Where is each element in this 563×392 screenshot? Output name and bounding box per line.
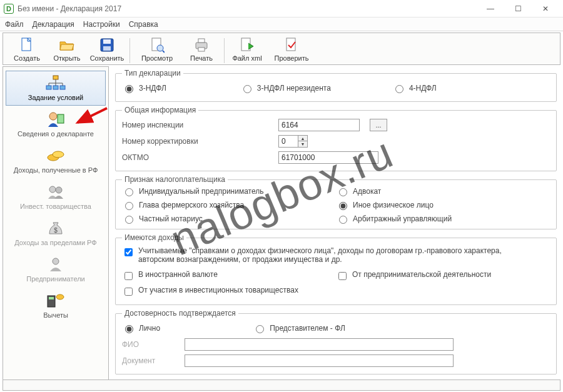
sidebar-item-entrepreneurs[interactable]: Предприниматели xyxy=(6,252,106,287)
toolbar: Создать Открыть Сохранить Просмотр Печат… xyxy=(3,33,560,65)
sidebar-item-label: Инвест. товарищества xyxy=(20,203,91,210)
svg-point-32 xyxy=(56,294,64,299)
chk-main-income[interactable]: Учитываемые "справками о доходах физичес… xyxy=(122,246,526,264)
radio-4ndfl[interactable]: 4-НДФЛ xyxy=(392,83,437,93)
minimize-button[interactable]: — xyxy=(477,0,504,18)
document-input[interactable] xyxy=(185,354,454,367)
sidebar-item-income-rf[interactable]: Доходы, полученные в РФ xyxy=(6,143,106,178)
radio-farmer[interactable]: Глава фермерского хозяйства xyxy=(122,200,318,210)
radio-notary[interactable]: Частный нотариус xyxy=(122,214,318,224)
sidebar-item-deductions[interactable]: Вычеты xyxy=(6,288,106,323)
svg-rect-23 xyxy=(58,114,64,123)
toolbar-create-label: Создать xyxy=(14,54,40,62)
menu-declaration[interactable]: Декларация xyxy=(33,20,74,29)
sidebar-item-income-abroad[interactable]: $ Доходы за пределами РФ xyxy=(6,216,106,251)
sidebar-item-label: Доходы за пределами РФ xyxy=(14,239,96,246)
label-document: Документ xyxy=(122,356,178,365)
maximize-button[interactable]: ☐ xyxy=(504,0,532,18)
menu-help[interactable]: Справка xyxy=(129,20,158,29)
preview-icon xyxy=(149,37,165,53)
fio-input[interactable] xyxy=(185,338,454,351)
svg-point-29 xyxy=(53,258,59,264)
toolbar-open-label: Открыть xyxy=(53,54,80,62)
group-reliability: Достоверность подтверждается Лично Предс… xyxy=(115,309,557,374)
close-button[interactable]: ✕ xyxy=(532,0,559,18)
svg-rect-10 xyxy=(198,48,205,51)
group-legend: Достоверность подтверждается xyxy=(122,309,238,318)
correction-stepper[interactable]: ▲▼ xyxy=(278,135,308,148)
menu-file[interactable]: Файл xyxy=(5,20,24,29)
title-bar: D Без имени - Декларация 2017 — ☐ ✕ xyxy=(0,0,563,18)
spin-down[interactable]: ▼ xyxy=(298,141,307,147)
radio-arbitr[interactable]: Арбитражный управляющий xyxy=(336,214,532,224)
radio-other-person[interactable]: Иное физическое лицо xyxy=(336,200,532,210)
toolbar-preview-label: Просмотр xyxy=(141,54,173,62)
svg-rect-16 xyxy=(60,86,65,89)
radio-3ndfl-nonres[interactable]: 3-НДФЛ нерезидента xyxy=(240,83,331,93)
businessman-icon xyxy=(44,255,67,274)
svg-rect-3 xyxy=(103,39,111,44)
print-icon xyxy=(193,37,210,53)
people-icon xyxy=(44,183,67,201)
sidebar-item-invest[interactable]: Инвест. товарищества xyxy=(6,179,106,214)
window-title: Без имени - Декларация 2017 xyxy=(18,4,121,13)
svg-rect-15 xyxy=(53,86,58,89)
toolbar-xml-label: Файл xml xyxy=(232,54,261,62)
toolbar-check-label: Проверить xyxy=(274,54,308,62)
toolbar-xml[interactable]: Файл xml xyxy=(227,36,267,63)
sidebar: Задание условий Сведения о декларанте До… xyxy=(3,66,109,381)
svg-rect-14 xyxy=(46,86,51,89)
chk-business[interactable]: От предпринимательской деятельности xyxy=(336,270,550,282)
svg-rect-4 xyxy=(103,46,111,51)
check-icon xyxy=(283,37,300,53)
label-fio: ФИО xyxy=(122,340,178,349)
radio-3ndfl[interactable]: 3-НДФЛ xyxy=(122,83,166,93)
group-legend: Тип декларации xyxy=(122,69,183,78)
spin-up[interactable]: ▲ xyxy=(298,136,307,141)
svg-rect-9 xyxy=(198,39,205,43)
svg-rect-13 xyxy=(53,76,58,79)
label-correction: Номер корректировки xyxy=(122,137,228,146)
sidebar-item-label: Доходы, полученные в РФ xyxy=(14,166,98,174)
app-icon: D xyxy=(4,4,14,14)
xml-file-icon xyxy=(239,37,255,53)
toolbar-preview[interactable]: Просмотр xyxy=(133,36,181,63)
group-legend: Признак налогоплательщика xyxy=(122,175,228,184)
toolbar-check[interactable]: Проверить xyxy=(267,36,316,63)
sidebar-item-label: Сведения о декларанте xyxy=(18,130,94,138)
chk-invest-partnership[interactable]: От участия в инвестиционных товарищества… xyxy=(122,286,298,298)
toolbar-save[interactable]: Сохранить xyxy=(87,36,127,63)
inspection-input[interactable] xyxy=(278,119,360,131)
svg-text:$: $ xyxy=(54,227,58,234)
radio-advocate[interactable]: Адвокат xyxy=(336,186,532,196)
label-inspection: Номер инспекции xyxy=(122,121,228,129)
menu-settings[interactable]: Настройки xyxy=(83,20,120,29)
inspection-picker-button[interactable]: ... xyxy=(370,119,387,131)
sidebar-item-conditions[interactable]: Задание условий xyxy=(6,71,106,106)
org-chart-icon xyxy=(44,74,67,93)
sidebar-item-label: Предприниматели xyxy=(26,275,84,283)
toolbar-create[interactable]: Создать xyxy=(7,36,47,63)
toolbar-open[interactable]: Открыть xyxy=(47,36,87,63)
group-declaration-type: Тип декларации 3-НДФЛ 3-НДФЛ нерезидента… xyxy=(115,69,557,102)
radio-representative[interactable]: Представителем - ФЛ xyxy=(253,323,345,333)
coins-icon xyxy=(44,146,67,165)
money-bag-icon: $ xyxy=(44,219,67,238)
radio-self[interactable]: Лично xyxy=(122,323,160,333)
group-income: Имеются доходы Учитываемые "справками о … xyxy=(115,233,557,305)
chk-foreign-currency[interactable]: В иностранной валюте xyxy=(122,270,336,282)
new-file-icon xyxy=(19,37,35,53)
menu-bar: Файл Декларация Настройки Справка xyxy=(0,18,563,31)
toolbar-print[interactable]: Печать xyxy=(181,36,221,63)
svg-point-22 xyxy=(49,113,57,120)
svg-rect-31 xyxy=(49,297,54,299)
svg-line-7 xyxy=(163,51,165,53)
correction-input[interactable] xyxy=(279,136,298,147)
radio-ip[interactable]: Индивидуальный предприниматель xyxy=(122,186,318,196)
person-doc-icon xyxy=(44,110,67,129)
save-icon xyxy=(99,37,115,53)
sidebar-item-declarant[interactable]: Сведения о декларанте xyxy=(6,107,106,142)
label-oktmo: ОКТМО xyxy=(122,153,228,162)
sidebar-item-label: Вычеты xyxy=(43,311,68,319)
oktmo-input[interactable] xyxy=(278,151,378,164)
